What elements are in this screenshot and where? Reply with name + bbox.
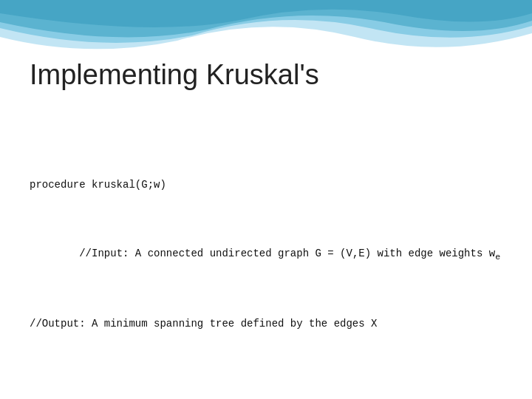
code-block: procedure kruskal(G;w) //Input: A connec… bbox=[30, 109, 502, 399]
code-line-2: //Input: A connected undirected graph G … bbox=[30, 228, 502, 282]
code-line-2-text: //Input: A connected undirected graph G … bbox=[79, 248, 500, 259]
header-decoration bbox=[0, 0, 532, 59]
code-line-3: //Output: A minimum spanning tree define… bbox=[30, 316, 502, 332]
procedure-header: procedure kruskal(G;w) //Input: A connec… bbox=[30, 143, 502, 366]
main-content: Implementing Kruskal's procedure kruskal… bbox=[30, 59, 502, 384]
slide-title: Implementing Kruskal's bbox=[30, 59, 502, 91]
code-line-1: procedure kruskal(G;w) bbox=[30, 177, 502, 194]
